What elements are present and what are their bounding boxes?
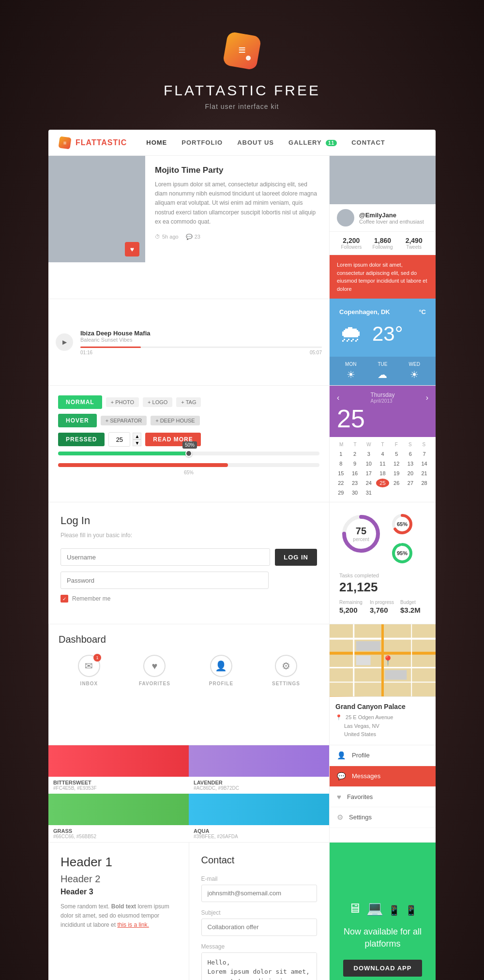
- cal-day[interactable]: 21: [418, 469, 431, 478]
- cal-prev-btn[interactable]: ‹: [337, 393, 339, 402]
- nav-contact[interactable]: CONTACT: [351, 139, 385, 146]
- contact-card: Contact E-mail Subject Message Hello, Lo…: [189, 842, 330, 980]
- cal-day[interactable]: 11: [376, 459, 389, 468]
- menu-item-favorites[interactable]: ♥ Favorites: [330, 787, 436, 807]
- download-devices: 🖥 💻 📱 📱: [348, 900, 417, 916]
- cal-day[interactable]: 26: [390, 479, 403, 487]
- cal-day[interactable]: 1: [334, 450, 348, 458]
- cal-day[interactable]: 27: [404, 479, 417, 487]
- gallery-badge: 11: [326, 140, 337, 146]
- cal-next-btn[interactable]: ›: [426, 393, 428, 402]
- cal-day[interactable]: 25: [376, 479, 389, 487]
- remember-row[interactable]: ✓ Remember me: [60, 595, 317, 603]
- typo-link[interactable]: this is a link.: [117, 921, 149, 928]
- remember-checkbox[interactable]: ✓: [60, 595, 68, 603]
- swatch-aqua-hex: #39BFEE, #26AFDA: [194, 834, 324, 839]
- progress-thumb-50[interactable]: 50%: [185, 450, 192, 457]
- cal-day[interactable]: 4: [376, 450, 389, 458]
- following-count: 1,860: [368, 237, 397, 244]
- ui-kit: ≡ FLATTASTIC HOME PORTFOLIO ABOUT US GAL…: [48, 130, 436, 980]
- music-info: Ibiza Deep House Mafia Balearic Sunset V…: [80, 330, 322, 355]
- username-input[interactable]: [60, 548, 270, 566]
- settings-menu-icon: ⚙: [337, 813, 343, 822]
- nav-portfolio[interactable]: PORTFOLIO: [182, 139, 223, 146]
- cal-day[interactable]: 30: [348, 488, 362, 497]
- tasks-label: Tasks completed: [339, 573, 426, 578]
- tag-photo[interactable]: + PHOTO: [106, 397, 139, 407]
- cal-day[interactable]: 20: [404, 469, 417, 478]
- cal-day[interactable]: 14: [418, 459, 431, 468]
- blog-time: ⏱ 5h ago: [155, 234, 179, 240]
- swatch-grass-color: [48, 794, 189, 825]
- play-button[interactable]: ▶: [56, 333, 73, 351]
- inbox-badge: 1: [93, 654, 101, 662]
- spinner-down[interactable]: ▼: [133, 439, 141, 446]
- dash-favorites[interactable]: ♥ FAVORITES: [139, 655, 170, 686]
- cal-day[interactable]: 3: [362, 450, 375, 458]
- inprogress-label: In progress: [370, 600, 395, 605]
- btn-normal[interactable]: NORMAL: [58, 395, 102, 409]
- cal-day[interactable]: 8: [334, 459, 348, 468]
- heart-icon[interactable]: ♥: [125, 242, 139, 256]
- cal-day[interactable]: 22: [334, 479, 348, 487]
- settings-label: SETTINGS: [272, 681, 300, 686]
- nav-gallery[interactable]: GALLERY 11: [288, 139, 337, 146]
- budget-val: $3.2M: [400, 606, 426, 614]
- cal-day[interactable]: 2: [348, 450, 362, 458]
- profile-menu-label: Profile: [352, 752, 370, 759]
- cal-day[interactable]: 10: [362, 459, 375, 468]
- download-button[interactable]: DOWNLOAD APP: [343, 960, 423, 977]
- cal-day[interactable]: 28: [418, 479, 431, 487]
- cal-day[interactable]: 12: [390, 459, 403, 468]
- swatch-bittersweet-info: BITTERSWEET #FC4E5B, #E9353F: [48, 777, 189, 794]
- tag-deep-house[interactable]: + DEEP HOUSE: [151, 416, 199, 425]
- cal-day[interactable]: 16: [348, 469, 362, 478]
- cal-day[interactable]: 23: [348, 479, 362, 487]
- dash-settings[interactable]: ⚙ SETTINGS: [272, 655, 300, 686]
- btn-hover[interactable]: HOVER: [58, 414, 97, 427]
- dash-profile[interactable]: 👤 PROFILE: [209, 655, 233, 686]
- cal-day[interactable]: 24: [362, 479, 375, 487]
- dash-inbox[interactable]: ✉ 1 INBOX: [78, 655, 100, 686]
- tag-tag[interactable]: + TAG: [176, 397, 201, 407]
- subject-input[interactable]: [201, 919, 318, 936]
- cal-day[interactable]: 6: [404, 450, 417, 458]
- login-button[interactable]: LOG IN: [275, 549, 317, 566]
- tag-separator[interactable]: + SEPARATOR: [101, 416, 147, 425]
- cal-day[interactable]: 18: [376, 469, 389, 478]
- password-input[interactable]: [60, 572, 269, 589]
- message-textarea[interactable]: Hello, Lorem ipsum dolor sit amet, conse…: [201, 952, 318, 980]
- weather-mon-icon: ☀: [345, 369, 356, 380]
- menu-item-settings[interactable]: ⚙ Settings: [330, 807, 436, 828]
- cal-day[interactable]: 13: [404, 459, 417, 468]
- nav-brand[interactable]: ≡ FLATTASTIC: [58, 136, 127, 150]
- progress-bar-65[interactable]: [58, 463, 319, 467]
- weather-day-wed: WED ☀: [409, 362, 420, 380]
- donut-small: 65% 95%: [390, 512, 414, 565]
- calendar-nav: ‹ Thursday April/2013 ›: [337, 392, 428, 404]
- cal-day[interactable]: 7: [418, 450, 431, 458]
- cal-day[interactable]: 15: [334, 469, 348, 478]
- spinner-input[interactable]: [108, 432, 130, 447]
- cal-day[interactable]: 5: [390, 450, 403, 458]
- map-image[interactable]: 📍: [330, 624, 436, 697]
- email-input[interactable]: [201, 885, 318, 902]
- cal-day[interactable]: 17: [362, 469, 375, 478]
- cal-day[interactable]: 9: [348, 459, 362, 468]
- cal-day[interactable]: 31: [362, 488, 375, 497]
- menu-item-profile[interactable]: 👤 Profile: [330, 745, 436, 766]
- btn-pressed[interactable]: PRESSED: [58, 433, 105, 446]
- spinner-up[interactable]: ▲: [133, 433, 141, 439]
- typo-h3: Header 3: [60, 888, 177, 896]
- progress-bar-50[interactable]: 50%: [58, 452, 319, 455]
- blog-text: Lorem ipsum dolor sit amet, consectetur …: [155, 180, 319, 226]
- row-dashboard-map: Dashboard ✉ 1 INBOX ♥ FAVORITES 👤 PROFIL…: [48, 624, 436, 745]
- cal-day[interactable]: 19: [390, 469, 403, 478]
- nav-about[interactable]: ABOUT US: [237, 139, 274, 146]
- cal-day[interactable]: 29: [334, 488, 348, 497]
- tag-logo[interactable]: + LOGO: [143, 397, 172, 407]
- map-place-name: Grand Canyon Palace: [335, 703, 430, 710]
- music-progress[interactable]: 01:16 05:07: [80, 347, 322, 355]
- nav-home[interactable]: HOME: [146, 139, 167, 146]
- menu-item-messages[interactable]: 💬 Messages: [330, 766, 436, 787]
